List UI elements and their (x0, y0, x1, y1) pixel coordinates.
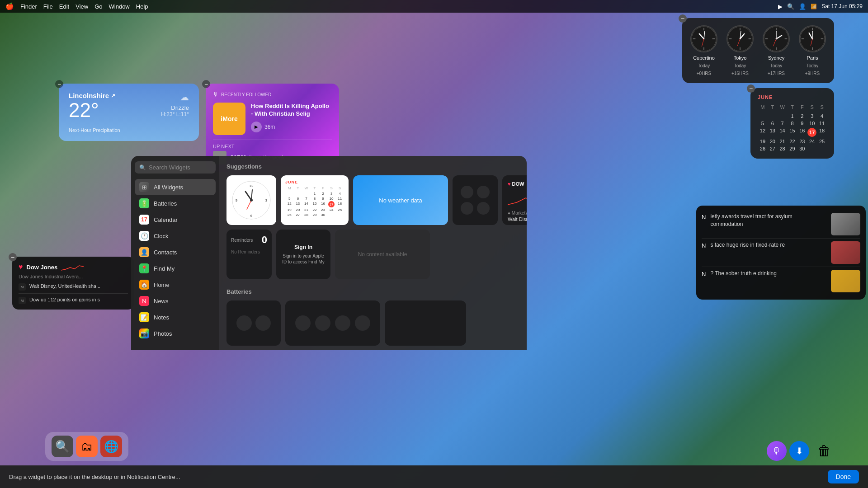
dock-finder-icon[interactable]: 🔍 (52, 436, 73, 457)
clock-city-cupertino: Cupertino Today +0HRS (690, 25, 717, 76)
news-right-widget: N ietly awards travel tract for asylum c… (696, 206, 866, 300)
dock-safari-icon[interactable]: 🌐 (100, 436, 122, 457)
podcast-remove-button[interactable]: − (202, 80, 210, 88)
podcast-recently-followed-label: 🎙 RECENTLY FOLLOWED (213, 91, 332, 98)
reminders-count: 0 (262, 234, 267, 246)
suggestion-calendar-widget[interactable]: JUNE MTWTFSS 123456789101112131415161718… (281, 175, 349, 225)
suggestion-findmy-widget[interactable] (453, 175, 498, 225)
datetime-display[interactable]: Sat 17 Jun 05:29 (821, 3, 863, 9)
download-dock-icon[interactable]: ⬇ (789, 441, 809, 461)
svg-text:3: 3 (265, 198, 268, 202)
clock-city-offset-cupertino: +0HRS (697, 71, 712, 76)
play-icon[interactable]: ▶ (778, 3, 783, 10)
edit-menu[interactable]: Edit (59, 3, 69, 10)
user-icon[interactable]: 👤 (799, 3, 806, 10)
weather-remove-button[interactable]: − (55, 80, 63, 88)
podcast-up-next-label: UP NEXT (213, 144, 332, 149)
sign-in-title: Sign In (294, 244, 312, 250)
podcast-play-button[interactable]: ▶ (251, 122, 262, 132)
stocks-chart-suggestion (508, 189, 527, 207)
view-menu[interactable]: View (75, 3, 88, 10)
suggestion-findmy-signin[interactable]: Sign In Sign in to your Apple ID to acce… (276, 230, 330, 279)
main-widget-panel: Suggestions 12 3 6 9 JUNE MTWTFSS 123456… (219, 156, 527, 350)
podcast-dock-icon[interactable]: 🎙 (767, 441, 787, 461)
help-menu[interactable]: Help (136, 3, 148, 10)
weather-temperature: 22° (69, 99, 120, 121)
apple-menu[interactable]: 🍎 (5, 2, 14, 10)
all-widgets-icon: ⊞ (139, 182, 149, 192)
contacts-sidebar-icon: 👤 (139, 247, 149, 257)
suggestions-section-label: Suggestions (226, 163, 519, 170)
sidebar-label-news: News (154, 298, 169, 305)
cal-day-header-f: F (797, 103, 807, 111)
finder-menu[interactable]: Finder (20, 3, 37, 10)
sidebar-item-calendar[interactable]: 17 Calendar (135, 211, 216, 228)
suggestion-weather-widget[interactable]: No weather data (353, 175, 448, 225)
stocks-heart-icon: ♥ (19, 263, 23, 271)
world-clocks-remove-button[interactable]: − (679, 14, 687, 23)
sidebar-item-all-widgets[interactable]: ⊞ All Widgets (135, 179, 216, 195)
calendar-sidebar-icon: 17 (139, 215, 149, 225)
sidebar-item-home[interactable]: 🏠 Home (135, 277, 216, 293)
news-text-3: ? The sober truth e drinking (710, 270, 826, 277)
news-icon-3: N (702, 271, 706, 277)
bottom-bar-message: Drag a widget to place it on the desktop… (9, 474, 828, 480)
calendar-widget: − JUNE M T W T F S S 1234567891011121314… (750, 88, 834, 159)
sidebar-item-find-my[interactable]: 📍 Find My (135, 260, 216, 277)
suggestion-clock-widget[interactable]: 12 3 6 9 (226, 175, 276, 225)
search-icon: 🔍 (139, 164, 146, 171)
stocks-news-snippet: Walt Disney, UnitedHealth sh... (508, 216, 527, 222)
sign-in-description: Sign in to your Apple ID to access Find … (281, 253, 326, 265)
sidebar-label-notes: Notes (154, 314, 169, 321)
weather-cloud-icon: ☁ (161, 92, 189, 103)
clock-city-sub-paris: Today (807, 63, 819, 68)
widget-sidebar: 🔍 ⊞ All Widgets 🔋 Batteries 17 Calendar … (131, 156, 219, 350)
dock-launchpad-icon[interactable]: 🗂 (76, 436, 98, 457)
go-menu[interactable]: Go (94, 3, 102, 10)
search-input[interactable] (149, 164, 211, 171)
dock: 🔍 🗂 🌐 (45, 432, 128, 461)
cal-day-header-t: T (768, 103, 778, 111)
sidebar-label-contacts: Contacts (154, 249, 177, 256)
news-text-1: ietly awards travel tract for asylum com… (710, 213, 826, 228)
findmy-sidebar-icon: 📍 (139, 263, 149, 273)
svg-point-44 (250, 199, 253, 202)
sidebar-item-batteries[interactable]: 🔋 Batteries (135, 195, 216, 211)
stocks-source: ● MarketWatch (508, 211, 527, 216)
clock-city-sub-tokyo: Today (734, 63, 746, 68)
stocks-header: ♥ Dow Jones (19, 262, 128, 272)
no-weather-data-label: No weather data (379, 197, 422, 204)
search-icon[interactable]: 🔍 (787, 3, 794, 10)
clock-city-offset-tokyo: +16HRS (731, 71, 749, 76)
sidebar-item-notes[interactable]: 📝 Notes (135, 309, 216, 325)
sidebar-item-news[interactable]: N News (135, 293, 216, 309)
suggestion-no-content[interactable]: No content available (335, 230, 430, 279)
trash-dock-icon[interactable]: 🗑 (814, 441, 834, 461)
sidebar-item-contacts[interactable]: 👤 Contacts (135, 244, 216, 260)
wifi-icon[interactable]: 📶 (811, 4, 817, 9)
stocks-subtitle: Dow Jones Industrial Avera... (19, 274, 128, 279)
podcast-now-playing: iMore How Reddit Is Killing Apollo - Wit… (213, 103, 332, 135)
clock-city-offset-sydney: +17HRS (768, 71, 785, 76)
suggestion-stocks-widget[interactable]: ♥ DOW 34,299 ● MarketWatch Walt Disney, … (502, 175, 527, 225)
window-menu[interactable]: Window (109, 3, 130, 10)
calendar-remove-button[interactable]: − (747, 84, 755, 93)
sidebar-label-home: Home (154, 282, 170, 288)
sidebar-item-clock[interactable]: 🕐 Clock (135, 228, 216, 244)
weather-high-low: H:23° L:11° (161, 111, 189, 117)
suggestion-reminders-widget[interactable]: Reminders 0 No Reminders (226, 230, 272, 279)
clock-face-cupertino (690, 25, 717, 52)
widget-search-bar[interactable]: 🔍 (135, 161, 216, 174)
clock-city-offset-paris: +9HRS (805, 71, 820, 76)
sidebar-label-calendar: Calendar (154, 216, 178, 223)
done-button[interactable]: Done (828, 470, 859, 483)
sidebar-label-all-widgets: All Widgets (154, 184, 183, 191)
file-menu[interactable]: File (43, 3, 53, 10)
battery-widget-large[interactable] (385, 300, 466, 346)
stocks-remove-button[interactable]: − (9, 253, 17, 261)
sidebar-item-photos[interactable]: 📷 Photos (135, 325, 216, 342)
battery-widget-4[interactable] (285, 300, 380, 346)
battery-widget-2[interactable] (226, 300, 281, 346)
podcast-duration: 36m (264, 124, 275, 130)
world-clocks-widget: − Cupertino Today +0HRS (682, 18, 834, 83)
